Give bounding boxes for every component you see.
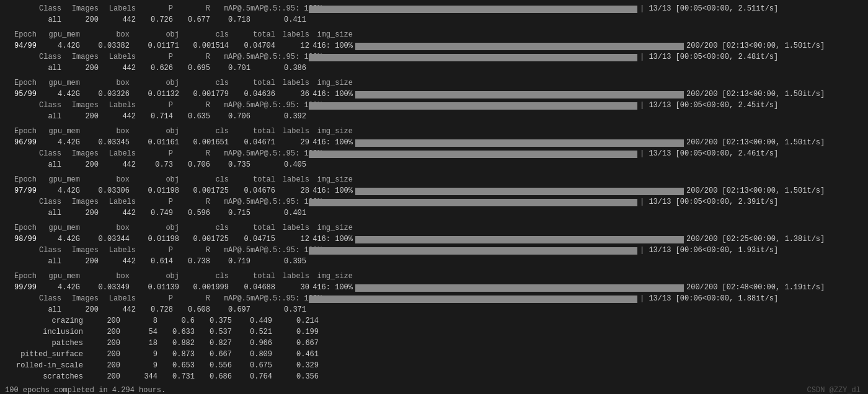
detail-inclusion: inclusion 200 54 0.633 0.537 0.521 0.199 <box>0 327 868 338</box>
top-labels: 442 <box>99 15 136 25</box>
e94-timing2: | 13/13 [00:05<00:00, 2.48it/s] <box>640 52 778 63</box>
e99-all-row: all 200 442 0.728 0.608 0.697 0.371 <box>0 305 868 316</box>
e94-vh-r: R <box>173 52 210 63</box>
e94-bar2: | 13/13 [00:05<00:00, 2.48it/s] <box>309 52 778 63</box>
e95-val-values: all 200 442 0.714 0.635 0.706 0.392 <box>0 112 868 123</box>
detail-patches: patches 200 18 0.882 0.827 0.966 0.667 <box>0 338 868 349</box>
terminal: Class Images Labels P R mAP@.5 mAP@.5:.9… <box>0 2 868 394</box>
e94-v-map5: 0.701 <box>210 63 250 74</box>
e99-header: Epoch gpu_mem box obj cls total labels i… <box>0 271 868 282</box>
e96-val-values: all 200 442 0.73 0.706 0.735 0.405 <box>0 160 868 171</box>
e94-h-imgsize: img_size <box>309 30 353 40</box>
th-p: P <box>136 4 173 14</box>
top-timing: | 13/13 [00:05<00:00, 2.51it/s] <box>640 4 778 14</box>
e94-vh-class: Class <box>2 52 61 63</box>
top-class: all <box>2 15 61 25</box>
top-map5: 0.718 <box>210 15 250 25</box>
e94-vh-images: Images <box>61 52 99 63</box>
detail-rolled-in-scale: rolled-in_scale 200 9 0.653 0.556 0.675 … <box>0 361 868 372</box>
e99-val-header: Class Images Labels P R mAP@.5 mAP@.5:.9… <box>0 294 868 305</box>
e97-values: 97/99 4.42G 0.03306 0.01198 0.001725 0.0… <box>0 186 868 197</box>
e94-labels: 12 <box>275 41 309 51</box>
e94-obj: 0.01171 <box>130 41 179 51</box>
e99-values: 99/99 4.42G 0.03349 0.01139 0.001999 0.0… <box>0 282 868 294</box>
e97-val-values: all 200 442 0.749 0.596 0.715 0.401 <box>0 208 868 219</box>
th-class: Class <box>2 4 61 14</box>
top-p: 0.726 <box>136 15 173 25</box>
e94-bar1: 200/200 [02:13<00:00, 1.50it/s] <box>355 41 825 51</box>
top-progress-bar: | 13/13 [00:05<00:00, 2.51it/s] <box>309 4 778 14</box>
e94-vh-p: P <box>136 52 173 63</box>
e94-v-map595: 0.386 <box>250 63 306 74</box>
th-labels: Labels <box>99 4 136 14</box>
e94-box: 0.03382 <box>80 41 130 51</box>
e94-imgsize: 416: 100% <box>309 41 353 51</box>
e96-header: Epoch gpu_mem box obj cls total labels i… <box>0 126 868 138</box>
e94-values: 94/99 4.42G 0.03382 0.01171 0.001514 0.0… <box>0 41 868 52</box>
e97-val-header: Class Images Labels P R mAP@.5 mAP@.5:.9… <box>0 197 868 208</box>
e94-cls: 0.001514 <box>179 41 229 51</box>
e94-val-header: Class Images Labels P R mAP@.5 mAP@.5:.9… <box>0 52 868 63</box>
e94-h-labels: labels <box>275 30 309 40</box>
top-header-row: Class Images Labels P R mAP@.5 mAP@.5:.9… <box>0 4 868 15</box>
e94-v-r: 0.695 <box>173 63 210 74</box>
e95-val-header: Class Images Labels P R mAP@.5 mAP@.5:.9… <box>0 100 868 112</box>
top-map595: 0.411 <box>250 15 306 25</box>
e94-v-class: all <box>2 63 61 74</box>
e94-header: Epoch gpu_mem box obj cls total labels i… <box>0 30 868 41</box>
e94-gpu: 4.42G <box>37 41 80 51</box>
detail-pitted-surface: pitted_surface 200 9 0.873 0.667 0.809 0… <box>0 349 868 361</box>
e94-vh-labels: Labels <box>99 52 136 63</box>
e98-val-header: Class Images Labels P R mAP@.5 mAP@.5:.9… <box>0 245 868 256</box>
e94-h-epoch: Epoch <box>2 30 37 40</box>
e94-v-p: 0.626 <box>136 63 173 74</box>
e98-val-values: all 200 442 0.614 0.738 0.719 0.395 <box>0 256 868 268</box>
e94-vh-map595: mAP@.5:.95: 100% <box>250 52 306 63</box>
e94-val-values: all 200 442 0.626 0.695 0.701 0.386 <box>0 63 868 74</box>
e94-h-gpu: gpu_mem <box>37 30 80 40</box>
top-images: 200 <box>61 15 99 25</box>
e94-timing1: 200/200 [02:13<00:00, 1.50it/s] <box>686 41 825 51</box>
e97-header: Epoch gpu_mem box obj cls total labels i… <box>0 175 868 186</box>
e94-epoch: 94/99 <box>2 41 37 51</box>
e98-header: Epoch gpu_mem box obj cls total labels i… <box>0 223 868 234</box>
th-map5: mAP@.5 <box>210 4 250 14</box>
e95-values: 95/99 4.42G 0.03326 0.01132 0.001779 0.0… <box>0 89 868 100</box>
footer-text: 100 epochs completed in 4.294 hours. <box>2 385 166 394</box>
e94-vh-map5: mAP@.5 <box>210 52 250 63</box>
th-r: R <box>173 4 210 14</box>
e96-val-header: Class Images Labels P R mAP@.5 mAP@.5:.9… <box>0 149 868 160</box>
e94-v-images: 200 <box>61 63 99 74</box>
e98-values: 98/99 4.42G 0.03344 0.01198 0.001725 0.0… <box>0 234 868 245</box>
e94-h-total: total <box>229 30 275 40</box>
detail-scratches: scratches 200 344 0.731 0.686 0.764 0.35… <box>0 372 868 383</box>
th-map595: mAP@.5:.95: 100% <box>250 4 306 14</box>
e94-total: 0.04704 <box>229 41 275 51</box>
e94-h-obj: obj <box>130 30 179 40</box>
credit-text: CSDN @ZZY_dl <box>807 385 866 394</box>
top-value-row: all 200 442 0.726 0.677 0.718 0.411 <box>0 15 868 26</box>
e94-h-cls: cls <box>179 30 229 40</box>
e96-values: 96/99 4.42G 0.03345 0.01161 0.001651 0.0… <box>0 138 868 149</box>
detail-crazing: crazing 200 8 0.6 0.375 0.449 0.214 <box>0 316 868 327</box>
e94-h-box: box <box>80 30 130 40</box>
e94-v-labels: 442 <box>99 63 136 74</box>
e95-header: Epoch gpu_mem box obj cls total labels i… <box>0 78 868 89</box>
th-images: Images <box>61 4 99 14</box>
top-r: 0.677 <box>173 15 210 25</box>
